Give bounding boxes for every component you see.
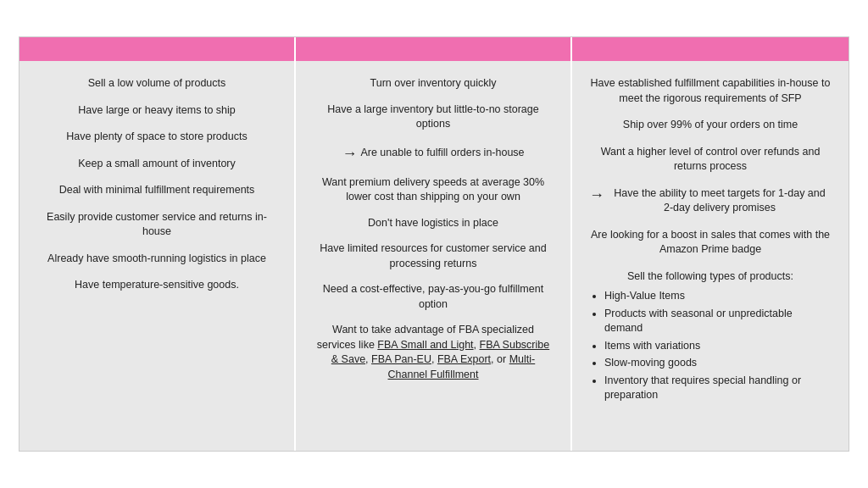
comparison-table: Sell a low volume of productsHave large … xyxy=(19,36,849,452)
header-row xyxy=(19,37,849,61)
list-item: Need a cost-effective, pay-as-you-go ful… xyxy=(313,282,554,312)
list-item: Slow-moving goods xyxy=(604,356,832,371)
arrow-icon: → xyxy=(342,143,357,164)
header-col3 xyxy=(572,37,849,61)
body-row: Sell a low volume of productsHave large … xyxy=(19,61,849,451)
header-col1 xyxy=(19,37,296,61)
col3-body: Have established fulfillment capabilitie… xyxy=(572,61,849,451)
list-item: Turn over inventory quickly xyxy=(313,76,554,92)
list-item: Have established fulfillment capabilitie… xyxy=(589,76,832,106)
list-item: Inventory that requires special handling… xyxy=(604,374,832,403)
list-item: Deal with minimal fulfillment requiremen… xyxy=(36,183,277,198)
list-item: Want premium delivery speeds at average … xyxy=(313,175,554,205)
list-item: Easily provide customer service and retu… xyxy=(36,210,277,240)
list-item: Keep a small amount of inventory xyxy=(36,157,277,172)
arrow-icon: → xyxy=(589,185,604,206)
col1-body: Sell a low volume of productsHave large … xyxy=(19,61,296,451)
header-col2 xyxy=(296,37,572,61)
list-item: Want a higher level of control over refu… xyxy=(589,145,832,175)
list-item: Want to take advantage of FBA specialize… xyxy=(313,323,554,382)
list-item: High-Value Items xyxy=(604,289,832,304)
product-types-list: High-Value ItemsProducts with seasonal o… xyxy=(589,289,832,403)
list-item: Have a large inventory but little-to-no … xyxy=(313,103,554,132)
list-item: Have limited resources for customer serv… xyxy=(313,241,554,271)
list-item: Have plenty of space to store products xyxy=(36,130,277,145)
list-item: Have temperature-sensitive goods. xyxy=(36,278,277,293)
list-item: Items with variations xyxy=(604,339,832,354)
list-item: Products with seasonal or unpredictable … xyxy=(604,307,832,336)
col2-body: Turn over inventory quicklyHave a large … xyxy=(296,61,572,451)
list-item: Already have smooth-running logistics in… xyxy=(36,252,277,267)
list-item: Are looking for a boost in sales that co… xyxy=(589,228,832,258)
list-item: → Have the ability to meet targets for 1… xyxy=(589,186,832,216)
list-item: → Are unable to fulfill orders in-house xyxy=(313,143,554,164)
list-item: Don't have logistics in place xyxy=(313,216,554,231)
sell-following-label: Sell the following types of products: xyxy=(589,269,832,285)
list-item: Have large or heavy items to ship xyxy=(36,103,277,119)
list-item: Sell a low volume of products xyxy=(36,76,277,92)
list-item: Ship over 99% of your orders on time xyxy=(589,118,832,133)
